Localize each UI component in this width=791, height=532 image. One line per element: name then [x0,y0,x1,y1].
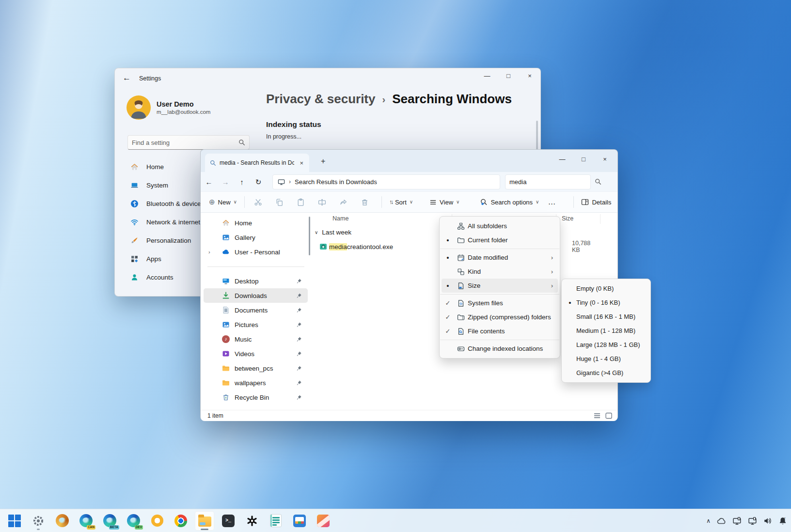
menu-item-system-files[interactable]: ✓ System files [442,296,558,310]
thumbnail-view-toggle-icon[interactable] [605,412,613,420]
settings-search-box[interactable] [127,135,250,150]
chevron-right-icon[interactable]: › [289,179,291,185]
sidebar-item-recycle-bin[interactable]: Recycle Bin [204,390,308,405]
back-icon[interactable]: ← [123,74,131,82]
taskbar-terminal[interactable]: >_ [219,511,238,531]
sidebar-item-label: Personalization [146,237,191,244]
sidebar-scrollbar[interactable] [309,217,310,255]
canary-badge: CAN [87,525,95,530]
view-button[interactable]: View ∨ [425,194,464,210]
sidebar-item-pictures[interactable]: Pictures [204,317,308,332]
sidebar-item-home[interactable]: Home [204,216,308,230]
cut-button[interactable] [248,198,269,206]
start-button[interactable] [5,511,24,531]
menu-item-change-indexed-locations[interactable]: Change indexed locations [442,342,558,356]
taskbar-chatgpt[interactable] [242,511,262,531]
taskbar-edge-dev[interactable]: DEV [124,511,143,531]
maximize-button[interactable]: □ [498,68,519,85]
taskbar-opera[interactable] [147,511,167,531]
new-button[interactable]: ⊕ New ∨ [205,194,241,210]
search-options-icon [480,198,488,206]
taskbar-notes-app[interactable] [266,511,285,531]
settings-search-input[interactable] [132,139,238,146]
search-icon[interactable] [595,178,601,185]
copy-button[interactable] [269,198,290,206]
submenu-item-tiny[interactable]: • Tiny (0 - 16 KB) [564,296,649,310]
explorer-search-box[interactable] [505,174,591,189]
column-divider[interactable] [600,214,601,224]
explorer-tab[interactable]: media - Search Results in Dow × [205,154,309,172]
submenu-item-large[interactable]: Large (128 MB - 1 GB) [564,338,649,352]
minimize-button[interactable]: — [552,152,573,167]
settings-scrollbar[interactable] [536,121,538,151]
menu-item-zipped-folders[interactable]: ✓ Zipped (compressed) folders [442,310,558,324]
taskbar-file-explorer[interactable] [195,511,214,531]
sidebar-item-music[interactable]: ♪ Music [204,332,308,346]
submenu-item-gigantic[interactable]: Gigantic (>4 GB) [564,366,649,380]
search-options-button[interactable]: Search options ∨ [475,194,543,210]
menu-item-current-folder[interactable]: • Current folder [442,233,558,247]
column-header-name[interactable]: Name [332,215,348,222]
menu-item-kind[interactable]: Kind › [442,265,558,279]
close-button[interactable]: × [594,152,616,167]
onedrive-tray-icon[interactable] [717,516,726,526]
submenu-item-huge[interactable]: Huge (1 - 4 GB) [564,352,649,366]
submenu-item-empty[interactable]: Empty (0 KB) [564,282,649,296]
taskbar-settings[interactable] [29,511,48,531]
minimize-button[interactable]: — [476,68,498,85]
breadcrumb-parent[interactable]: Privacy & security [266,92,375,107]
sidebar-item-downloads[interactable]: Downloads [204,288,308,303]
menu-item-file-contents[interactable]: ✓ File contents [442,324,558,338]
network-tray-icon[interactable] [748,516,757,526]
column-header-size[interactable]: Size [562,215,573,222]
details-button[interactable]: Details [577,194,616,210]
nav-up-button[interactable]: ↑ [234,178,250,186]
settings-titlebar[interactable]: ← Settings — □ × [115,68,540,90]
nav-refresh-button[interactable]: ↻ [250,178,267,186]
close-button[interactable]: × [519,68,540,85]
more-options-button[interactable]: … [543,194,560,210]
delete-button[interactable] [354,198,376,206]
details-view-toggle-icon[interactable] [593,412,601,420]
sidebar-item-videos[interactable]: Videos [204,346,308,361]
taskbar-edge[interactable] [52,511,72,531]
nav-back-button[interactable]: ← [201,178,217,186]
expand-chevron-icon[interactable]: › [208,250,210,255]
taskbar-media-app[interactable] [290,511,309,531]
item-count: 1 item [207,412,223,419]
rename-button[interactable] [312,198,333,206]
nav-forward-button[interactable]: → [217,178,234,186]
sidebar-item-documents[interactable]: Documents [204,303,308,317]
show-hidden-icons-chevron[interactable]: ∧ [706,518,711,524]
submenu-item-medium[interactable]: Medium (1 - 128 MB) [564,324,649,338]
address-bar[interactable]: › Search Results in Downloads [272,174,500,189]
new-tab-button[interactable]: + [321,157,325,165]
sidebar-item-gallery[interactable]: Gallery [204,230,308,245]
paste-button[interactable] [290,198,312,206]
display-tray-icon[interactable] [732,516,742,526]
taskbar-paint-app[interactable] [314,511,333,531]
volume-icon[interactable] [763,516,772,525]
menu-item-date-modified[interactable]: • Date modified › [442,250,558,265]
explorer-search-input[interactable] [509,178,595,186]
menu-item-size[interactable]: • Size › [442,279,558,293]
sidebar-item-wallpapers[interactable]: wallpapers [204,376,308,390]
submenu-item-small[interactable]: Small (16 KB - 1 MB) [564,310,649,324]
sort-button[interactable]: ↑↓ Sort ∨ [385,194,417,210]
chevron-down-icon[interactable]: ∨ [315,230,318,235]
file-row[interactable]: mediacreationtool.exe 10,788 KB [311,241,393,252]
taskbar-edge-canary[interactable]: CAN [76,511,95,531]
tab-close-icon[interactable]: × [298,160,305,166]
sidebar-item-between-pcs[interactable]: between_pcs [204,361,308,376]
group-header-last-week[interactable]: ∨ Last week [315,229,351,236]
menu-item-all-subfolders[interactable]: All subfolders [442,219,558,233]
explorer-tabbar[interactable]: media - Search Results in Dow × + — □ × [201,150,617,172]
account-card[interactable]: User Demo m__lab@outlook.com [127,95,210,120]
maximize-button[interactable]: □ [573,152,594,167]
taskbar-edge-beta[interactable]: BETA [100,511,119,531]
sidebar-item-desktop[interactable]: Desktop [204,274,308,288]
taskbar-chrome[interactable] [171,511,190,531]
sidebar-item-onedrive[interactable]: › User - Personal [204,245,308,259]
notification-bell-icon[interactable] [778,516,787,525]
share-button[interactable] [333,198,354,206]
